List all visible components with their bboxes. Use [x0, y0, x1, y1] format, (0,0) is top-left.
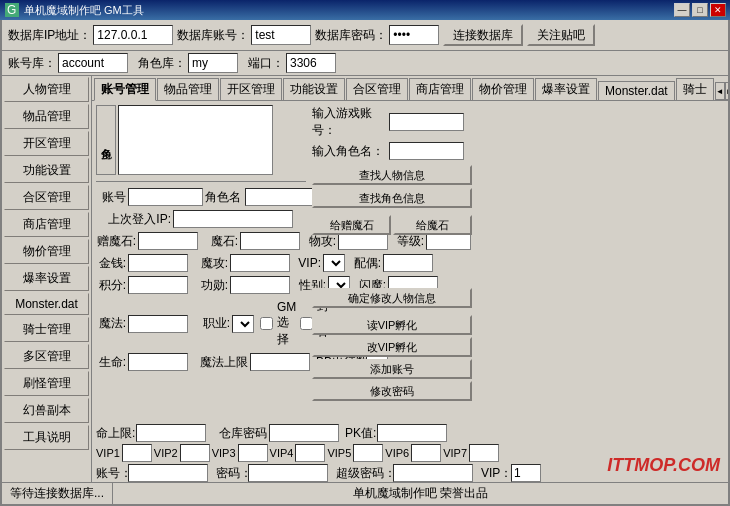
find-role-button[interactable]: 查找角色信息 [312, 188, 472, 208]
read-vip-button[interactable]: 读VIP孵化 [312, 315, 472, 335]
life-max-input[interactable] [136, 424, 206, 442]
maximize-button[interactable]: □ [692, 3, 708, 17]
sidebar-item-renwuguanli[interactable]: 人物管理 [4, 77, 89, 102]
password-input[interactable] [248, 464, 328, 482]
merit-input[interactable] [230, 276, 290, 294]
vip6-label: VIP6 [385, 447, 409, 459]
vip3-input[interactable] [238, 444, 268, 462]
tab-monster[interactable]: Monster.dat [598, 81, 675, 100]
vip6-input[interactable] [411, 444, 441, 462]
role-lib-field: 角色库： [138, 53, 238, 73]
pk-input[interactable] [377, 424, 447, 442]
magic-atk-input[interactable] [230, 254, 290, 272]
tab-function[interactable]: 功能设置 [283, 78, 345, 100]
vip3-label: VIP3 [212, 447, 236, 459]
magic-input[interactable] [128, 315, 188, 333]
account-number-label: 账号 [96, 189, 126, 206]
db-account-field: 数据库账号： [177, 25, 311, 45]
tab-shop[interactable]: 商店管理 [409, 78, 471, 100]
right-panel: 账号管理 物品管理 开区管理 功能设置 合区管理 商店管理 物价管理 爆率设置 … [92, 76, 728, 482]
account-bottom-label: 账号： [96, 465, 126, 482]
vip4-input[interactable] [295, 444, 325, 462]
tab-price[interactable]: 物价管理 [472, 78, 534, 100]
score-input[interactable] [128, 276, 188, 294]
tab-drop[interactable]: 爆率设置 [535, 78, 597, 100]
tab-merge[interactable]: 合区管理 [346, 78, 408, 100]
warehouse-input[interactable] [269, 424, 339, 442]
magic-max-input[interactable] [250, 353, 310, 371]
main-content: 人物管理 物品管理 开区管理 功能设置 合区管理 商店管理 物价管理 爆率设置 … [2, 76, 728, 482]
job-select[interactable] [232, 315, 254, 333]
devil-stone-label: 赠魔石: [96, 233, 136, 250]
input-role-input[interactable] [389, 142, 464, 160]
gold-input[interactable] [128, 254, 188, 272]
focus-button[interactable]: 关注贴吧 [527, 24, 595, 46]
account-lib-input[interactable] [58, 53, 128, 73]
sidebar-item-kaiquguanli[interactable]: 开区管理 [4, 131, 89, 156]
devil-stone-input[interactable] [138, 232, 198, 250]
give-magic-button[interactable]: 给魔石 [393, 215, 472, 235]
minimize-button[interactable]: — [674, 3, 690, 17]
change-pwd-button[interactable]: 修改密码 [312, 381, 472, 401]
db-account-input[interactable] [251, 25, 311, 45]
tab-account[interactable]: 账号管理 [94, 78, 156, 101]
sidebar-item-shangdian[interactable]: 商店管理 [4, 212, 89, 237]
magic-stone-label: 魔石: [208, 233, 238, 250]
last-ip-input[interactable] [173, 210, 293, 228]
sidebar-item-monster[interactable]: Monster.dat [4, 293, 89, 315]
vip5-input[interactable] [353, 444, 383, 462]
sidebar-item-gongnengshezhi[interactable]: 功能设置 [4, 158, 89, 183]
gm-select-label: GM选择 [277, 300, 296, 348]
sidebar-item-shuaguai[interactable]: 刷怪管理 [4, 371, 89, 396]
connect-button[interactable]: 连接数据库 [443, 24, 523, 46]
account-number-input[interactable] [128, 188, 203, 206]
gold-label: 金钱: [96, 255, 126, 272]
vip7-input[interactable] [469, 444, 499, 462]
sidebar-item-wujia[interactable]: 物价管理 [4, 239, 89, 264]
sidebar-item-qishi[interactable]: 骑士管理 [4, 317, 89, 342]
tab-item[interactable]: 物品管理 [157, 78, 219, 100]
tab-nav-left[interactable]: ◄ [715, 82, 725, 100]
add-account-button[interactable]: 添加账号 [312, 359, 472, 379]
close-button[interactable]: ✕ [710, 3, 726, 17]
main-window: 数据库IP地址： 数据库账号： 数据库密码： 连接数据库 关注贴吧 账号库： 角… [0, 20, 730, 506]
db-password-field: 数据库密码： [315, 25, 439, 45]
title-text: 单机魔域制作吧 GM工具 [24, 3, 674, 18]
super-pwd-input[interactable] [393, 464, 473, 482]
db-password-input[interactable] [389, 25, 439, 45]
gold-vip-row: 金钱: 魔攻: VIP: 配偶: [96, 254, 306, 272]
role-name-input2[interactable] [245, 188, 320, 206]
life-label: 生命: [96, 354, 126, 371]
vip2-input[interactable] [180, 444, 210, 462]
life-magic-row: 生命: 魔法上限 BB出征数 [96, 353, 306, 371]
sidebar-item-tools[interactable]: 工具说明 [4, 425, 89, 450]
last-ip-row: 上次登入IP: [96, 210, 306, 228]
vip4-label: VIP4 [270, 447, 294, 459]
role-lib-input[interactable] [188, 53, 238, 73]
pk-label: PK值: [345, 425, 375, 442]
magic-stone-input[interactable] [240, 232, 300, 250]
port-input[interactable] [286, 53, 336, 73]
tab-openzone[interactable]: 开区管理 [220, 78, 282, 100]
find-account-button[interactable]: 查找人物信息 [312, 165, 472, 185]
input-account-input[interactable] [389, 113, 464, 131]
life-input[interactable] [128, 353, 188, 371]
db-ip-input[interactable] [93, 25, 173, 45]
vip1-input[interactable] [122, 444, 152, 462]
change-vip-button[interactable]: 改VIP孵化 [312, 337, 472, 357]
sidebar-item-wupinguanli[interactable]: 物品管理 [4, 104, 89, 129]
status-bar: 等待连接数据库... 单机魔域制作吧 荣誉出品 [2, 482, 728, 504]
give-devil-button[interactable]: 给赠魔石 [312, 215, 391, 235]
multi-char-listbox[interactable] [118, 105, 273, 175]
vip-bottom-input[interactable] [511, 464, 541, 482]
sidebar-item-huanshou[interactable]: 幻兽副本 [4, 398, 89, 423]
gm-checkbox[interactable] [260, 317, 273, 330]
tab-nav-right[interactable]: ► [725, 82, 728, 100]
tab-knight[interactable]: 骑士 [676, 78, 714, 100]
confirm-modify-button[interactable]: 确定修改人物信息 [312, 288, 472, 308]
sidebar-item-duoqu[interactable]: 多区管理 [4, 344, 89, 369]
sidebar-item-hequguanli[interactable]: 合区管理 [4, 185, 89, 210]
account-bottom-input[interactable] [128, 464, 208, 482]
window-controls: — □ ✕ [674, 3, 726, 17]
sidebar-item-baolv[interactable]: 爆率设置 [4, 266, 89, 291]
